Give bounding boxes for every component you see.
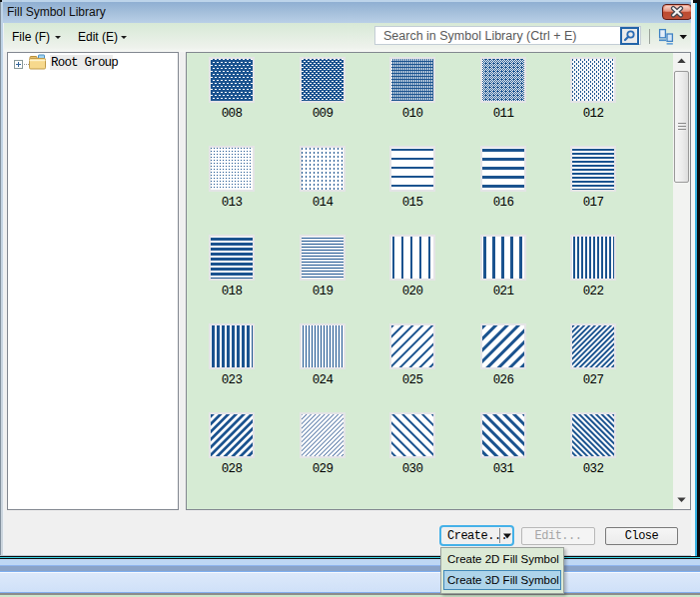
svg-text:013: 013 [222, 196, 243, 210]
svg-text:008: 008 [222, 107, 243, 121]
svg-text:025: 025 [402, 373, 423, 387]
svg-text:032: 032 [583, 462, 604, 476]
svg-text:012: 012 [583, 107, 604, 121]
svg-text:009: 009 [313, 107, 334, 121]
svg-text:028: 028 [222, 462, 243, 476]
svg-text:020: 020 [402, 285, 423, 298]
svg-text:027: 027 [583, 373, 604, 387]
svg-text:018: 018 [222, 285, 243, 298]
svg-text:016: 016 [493, 196, 514, 210]
svg-text:029: 029 [313, 462, 334, 476]
svg-text:015: 015 [402, 196, 423, 210]
svg-text:030: 030 [402, 462, 423, 476]
svg-text:021: 021 [493, 285, 514, 298]
svg-text:014: 014 [313, 196, 334, 210]
svg-text:017: 017 [583, 196, 604, 210]
svg-text:022: 022 [583, 285, 604, 298]
svg-text:023: 023 [222, 373, 243, 387]
svg-text:024: 024 [313, 373, 334, 387]
svg-text:011: 011 [493, 107, 514, 121]
svg-text:019: 019 [313, 285, 334, 298]
svg-text:010: 010 [402, 107, 423, 121]
svg-text:031: 031 [493, 462, 514, 476]
svg-text:026: 026 [493, 373, 514, 387]
